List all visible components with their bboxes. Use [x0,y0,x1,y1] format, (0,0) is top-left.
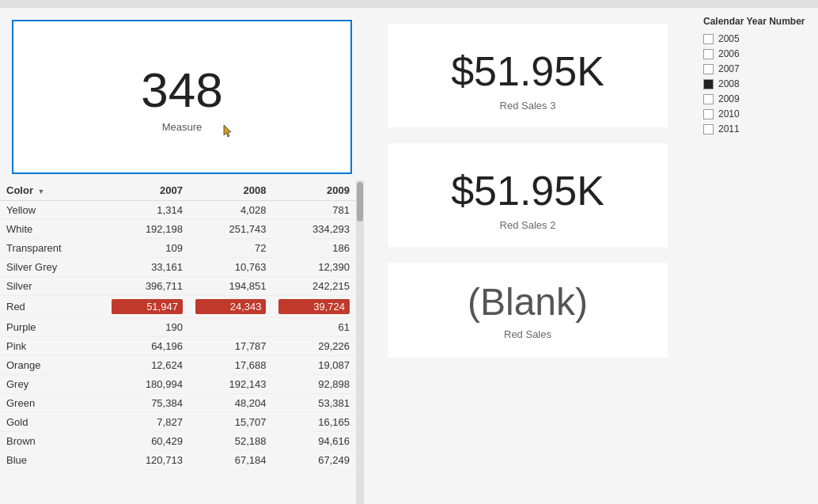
cell-color: Silver [0,277,105,296]
left-panel: 348 Measure Color ▼ 2007 2008 [0,8,364,504]
cell-value: 33,161 [105,258,189,277]
cell-value: 1,314 [105,201,189,220]
cell-value: 53,381 [272,394,356,413]
scrollbar-thumb[interactable] [357,182,363,222]
kpi-card-1[interactable]: $51.95K Red Sales 3 [388,24,668,127]
cell-color: Yellow [0,201,105,220]
legend-item[interactable]: 2008 [703,78,806,89]
cell-color: Orange [0,356,105,375]
kpi-card-3[interactable]: (Blank) Red Sales [388,263,668,358]
cell-color: Transparent [0,239,105,258]
cell-value: 192,143 [189,375,273,394]
card-label: Measure [162,121,203,133]
col-header-color[interactable]: Color ▼ [0,180,105,201]
cell-color: Brown [0,432,105,451]
color-sales-table: Color ▼ 2007 2008 2009 Yellow1,3144,0287… [0,180,356,470]
legend-checkbox[interactable] [703,34,714,44]
cell-value: 190 [105,318,189,337]
sort-arrow: ▼ [38,188,45,195]
legend-item[interactable]: 2007 [703,63,806,74]
cell-value: 242,215 [272,277,356,296]
table-row: Yellow1,3144,028781 [0,201,356,220]
table-row: Brown60,42952,18894,616 [0,432,356,451]
legend-checkbox[interactable] [703,79,714,89]
col-header-2007[interactable]: 2007 [105,180,189,201]
cell-value: 92,898 [272,375,356,394]
cell-color: Gold [0,413,105,432]
cell-color: Pink [0,337,105,356]
cell-color: Red [0,296,105,318]
cell-value: 186 [272,239,356,258]
cell-value: 17,688 [189,356,273,375]
cell-color: Blue [0,451,105,470]
vertical-scrollbar[interactable] [356,180,364,504]
cell-value: 64,196 [105,337,189,356]
cell-value: 180,994 [105,375,189,394]
kpi1-value: $51.95K [451,47,604,95]
measure-card[interactable]: 348 Measure [12,20,352,174]
card-value: 348 [141,62,222,118]
cell-value: 10,763 [189,258,273,277]
cell-value: 52,188 [189,432,273,451]
cell-value: 75,384 [105,394,189,413]
table-row: White192,198251,743334,293 [0,220,356,239]
cell-color: White [0,220,105,239]
cell-value: 48,204 [189,394,273,413]
table-row: Green75,38448,20453,381 [0,394,356,413]
legend-year-label: 2007 [718,63,740,74]
legend-item[interactable]: 2006 [703,48,806,59]
cell-value: 192,198 [105,220,189,239]
cell-value: 67,249 [272,451,356,470]
cell-value: 29,226 [272,337,356,356]
legend-checkbox[interactable] [703,109,714,119]
legend-year-label: 2011 [718,123,740,135]
kpi1-label: Red Sales 3 [500,100,556,112]
cell-value: 17,787 [189,337,273,356]
legend-year-label: 2009 [718,93,740,104]
col-header-2009[interactable]: 2009 [272,180,356,201]
kpi-card-2[interactable]: $51.95K Red Sales 2 [388,143,668,247]
cell-color: Grey [0,375,105,394]
legend-items: 2005200620072008200920102011 [703,33,806,135]
cell-value [189,318,273,337]
kpi3-value: (Blank) [468,280,588,324]
cell-value: 251,743 [189,220,273,239]
table-row: Grey180,994192,14392,898 [0,375,356,394]
legend-checkbox[interactable] [703,49,714,59]
legend-checkbox[interactable] [703,94,714,104]
data-table-container: Color ▼ 2007 2008 2009 Yellow1,3144,0287… [0,180,364,504]
table-row: Red51,94724,34339,724 [0,296,356,318]
cell-value: 15,707 [189,413,273,432]
cell-value: 39,724 [272,296,356,318]
legend-item[interactable]: 2011 [703,123,806,135]
kpi2-value: $51.95K [451,167,604,214]
table-row: Gold7,82715,70716,165 [0,413,356,432]
cell-value: 12,390 [272,258,356,277]
legend-item[interactable]: 2009 [703,93,806,104]
cell-value: 109 [105,239,189,258]
legend-item[interactable]: 2010 [703,108,806,119]
cursor-icon [223,124,233,138]
kpi-section: $51.95K Red Sales 3 $51.95K Red Sales 2 … [388,24,668,373]
legend-year-label: 2010 [718,108,740,119]
legend-year-label: 2006 [718,48,740,59]
cell-value: 396,711 [105,277,189,296]
legend-checkbox[interactable] [703,124,714,135]
kpi3-label: Red Sales [504,328,551,340]
cell-value: 781 [272,201,356,220]
cell-color: Green [0,394,105,413]
cell-value: 194,851 [189,277,273,296]
legend-checkbox[interactable] [703,64,714,74]
table-row: Silver396,711194,851242,215 [0,277,356,296]
cell-value: 67,184 [189,451,273,470]
col-header-2008[interactable]: 2008 [189,180,273,201]
cell-value: 4,028 [189,201,273,220]
legend-year-label: 2008 [718,78,740,89]
table-row: Silver Grey33,16110,76312,390 [0,258,356,277]
table-row: Purple19061 [0,318,356,337]
cell-value: 12,624 [105,356,189,375]
table-row: Transparent10972186 [0,239,356,258]
legend-item[interactable]: 2005 [703,33,806,44]
kpi2-label: Red Sales 2 [500,219,556,231]
cell-value: 51,947 [105,296,189,318]
